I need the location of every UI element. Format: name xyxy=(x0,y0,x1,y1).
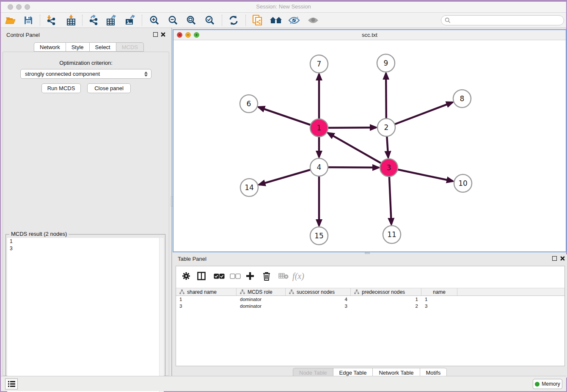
hierarchy-icon xyxy=(354,290,359,294)
graph-node-2[interactable]: 2 xyxy=(377,119,395,136)
graph-edge-3-1[interactable] xyxy=(328,133,389,168)
new-network-from-selection-icon[interactable] xyxy=(251,14,264,26)
import-network-icon[interactable] xyxy=(45,14,58,26)
cell-shared-name[interactable]: 1 xyxy=(176,296,237,303)
table-settings-gear-icon[interactable] xyxy=(179,269,193,283)
create-column-plus-icon[interactable] xyxy=(243,269,257,283)
svg-text:2: 2 xyxy=(384,123,389,132)
open-session-icon[interactable] xyxy=(4,14,17,26)
import-table-icon[interactable] xyxy=(65,14,77,26)
search-input[interactable] xyxy=(453,17,564,23)
result-line: 1 xyxy=(7,238,164,245)
mcds-result-textarea[interactable]: 1 3 xyxy=(7,238,164,392)
close-panel-button[interactable]: Close panel xyxy=(87,83,131,93)
graph-edge-3-10[interactable] xyxy=(389,168,453,181)
svg-text:9: 9 xyxy=(384,59,388,67)
table-row[interactable]: 3 dominator 3 2 3 xyxy=(176,303,564,310)
graph-node-9[interactable]: 9 xyxy=(377,54,395,72)
export-network-icon[interactable] xyxy=(87,14,100,26)
table-row[interactable]: 1 dominator 4 1 1 xyxy=(176,296,564,303)
table-float-icon[interactable] xyxy=(552,256,557,261)
search-box[interactable] xyxy=(441,15,564,25)
close-panel-icon[interactable] xyxy=(160,32,166,37)
function-builder-icon[interactable]: f(x) xyxy=(291,269,306,283)
select-all-columns-icon[interactable] xyxy=(212,269,226,283)
network-frame-titlebar[interactable]: scc.txt xyxy=(173,30,566,40)
delete-table-icon[interactable] xyxy=(276,269,291,283)
svg-text:11: 11 xyxy=(387,230,396,239)
main-toolbar xyxy=(1,13,566,28)
svg-text:8: 8 xyxy=(460,94,465,103)
hierarchy-icon xyxy=(240,290,245,294)
unselect-all-columns-icon[interactable] xyxy=(228,269,242,283)
graph-node-15[interactable]: 15 xyxy=(310,227,328,245)
float-panel-icon[interactable] xyxy=(153,32,158,37)
graph-node-10[interactable]: 10 xyxy=(454,174,472,192)
graph-node-14[interactable]: 14 xyxy=(240,179,258,196)
tab-network[interactable]: Network xyxy=(34,42,66,52)
column-header-mcds-role[interactable]: MCDS role xyxy=(237,288,286,295)
graph-node-1[interactable]: 1 xyxy=(310,119,328,137)
mcds-panel-body: Optimization criterion: strongly connect… xyxy=(3,52,169,376)
run-mcds-button[interactable]: Run MCDS xyxy=(41,83,81,93)
mcds-result-groupbox: MCDS result (2 nodes) 1 3 xyxy=(6,234,165,392)
export-image-icon[interactable] xyxy=(124,14,137,26)
result-scrollbar[interactable] xyxy=(159,238,164,392)
zoom-in-icon[interactable] xyxy=(148,14,161,26)
node-table-container: f(x) shared name MCDS role successor nod… xyxy=(176,266,565,366)
two-houses-icon[interactable] xyxy=(270,14,282,26)
svg-text:7: 7 xyxy=(317,60,322,68)
graph-node-8[interactable]: 8 xyxy=(453,90,471,108)
delete-column-trash-icon[interactable] xyxy=(259,269,274,283)
hide-selected-eye-slash-icon[interactable] xyxy=(288,14,300,26)
graph-node-4[interactable]: 4 xyxy=(310,158,328,176)
tab-select[interactable]: Select xyxy=(89,42,116,52)
svg-text:3: 3 xyxy=(387,163,391,172)
network-frame-title: scc.txt xyxy=(173,32,566,38)
svg-text:6: 6 xyxy=(247,99,251,108)
export-table-icon[interactable] xyxy=(105,14,118,26)
tab-mcds[interactable]: MCDS xyxy=(116,42,144,52)
column-header-predecessor-nodes[interactable]: predecessor nodes xyxy=(351,288,421,295)
graph-node-11[interactable]: 11 xyxy=(383,226,401,243)
column-header-shared-name[interactable]: shared name xyxy=(176,288,237,295)
window-title: Session: New Session xyxy=(1,3,566,10)
show-column-panel-icon[interactable] xyxy=(194,269,209,283)
tab-style[interactable]: Style xyxy=(66,42,89,52)
cell-mcds-role[interactable]: dominator xyxy=(237,303,286,310)
cell-mcds-role[interactable]: dominator xyxy=(237,296,286,303)
table-close-icon[interactable] xyxy=(560,256,565,261)
horizontal-splitter[interactable] xyxy=(365,252,370,254)
cell-shared-name[interactable]: 3 xyxy=(176,303,237,310)
graph-node-6[interactable]: 6 xyxy=(240,95,258,113)
criterion-select[interactable]: strongly connected component xyxy=(20,69,151,79)
cell-successor-nodes[interactable]: 3 xyxy=(286,303,351,310)
criterion-value: strongly connected component xyxy=(25,71,100,77)
graph-edge-2-8[interactable] xyxy=(386,102,453,127)
cell-predecessor-nodes[interactable]: 1 xyxy=(351,296,421,303)
save-session-icon[interactable] xyxy=(22,14,35,26)
zoom-selected-icon[interactable] xyxy=(204,14,216,26)
cell-name[interactable]: 1 xyxy=(421,296,457,303)
zoom-fit-icon[interactable] xyxy=(185,14,198,26)
zoom-out-icon[interactable] xyxy=(167,14,179,26)
application-window: Session: New Session xyxy=(0,0,567,392)
refresh-icon[interactable] xyxy=(227,14,240,26)
graph-node-3[interactable]: 3 xyxy=(380,159,398,177)
network-canvas[interactable]: 7968124314101511 xyxy=(173,40,566,251)
table-panel: Table Panel f(x) xyxy=(173,254,567,378)
cell-successor-nodes[interactable]: 4 xyxy=(286,296,351,303)
task-history-button[interactable] xyxy=(5,378,18,389)
table-header-row: shared name MCDS role successor nodes pr… xyxy=(176,288,564,296)
hierarchy-icon xyxy=(289,290,294,294)
cell-predecessor-nodes[interactable]: 2 xyxy=(351,303,421,310)
column-header-successor-nodes[interactable]: successor nodes xyxy=(286,288,351,295)
memory-button[interactable]: Memory xyxy=(533,379,562,389)
column-header-name[interactable]: name xyxy=(421,288,457,295)
show-all-eye-icon[interactable] xyxy=(307,14,319,26)
svg-text:1: 1 xyxy=(317,124,322,132)
control-panel-title: Control Panel xyxy=(6,32,40,38)
cell-name[interactable]: 3 xyxy=(421,303,457,310)
graph-node-7[interactable]: 7 xyxy=(310,55,328,73)
graph-edge-1-6[interactable] xyxy=(259,107,319,128)
